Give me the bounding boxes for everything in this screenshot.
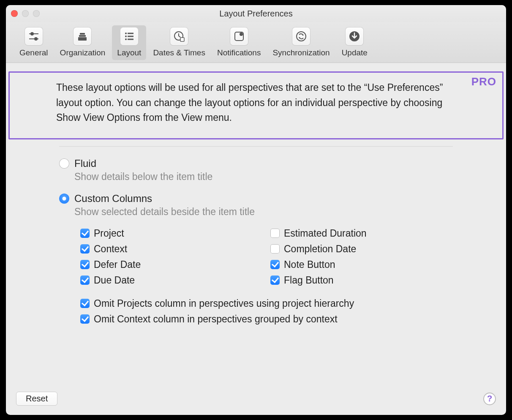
checkbox-icon — [80, 244, 90, 254]
check-omit-projects[interactable]: Omit Projects column in perspectives usi… — [80, 298, 504, 309]
checkbox-icon — [80, 229, 90, 238]
checkbox-icon — [80, 260, 90, 269]
tab-dates-times[interactable]: Dates & Times — [148, 25, 210, 60]
tab-label: Organization — [60, 48, 106, 57]
radio-icon — [59, 194, 69, 204]
svg-point-16 — [240, 33, 243, 36]
notifications-icon — [230, 27, 248, 46]
titlebar: Layout Preferences — [6, 5, 506, 22]
pro-badge: PRO — [471, 75, 496, 88]
checkbox-label: Note Button — [284, 259, 335, 270]
radio-label: Fluid — [74, 158, 96, 169]
checkbox-label: Flag Button — [284, 275, 334, 286]
radio-icon — [59, 158, 69, 169]
tab-synchronization[interactable]: Synchronization — [267, 25, 335, 60]
checkbox-label: Estimated Duration — [284, 228, 367, 239]
svg-rect-8 — [128, 33, 133, 34]
list-icon — [120, 27, 139, 46]
radio-fluid-sub: Show details below the item title — [74, 171, 504, 183]
checkbox-icon — [270, 244, 280, 254]
download-icon — [345, 27, 364, 46]
checkbox-label: Project — [94, 228, 124, 239]
svg-point-7 — [125, 33, 127, 34]
svg-point-9 — [125, 35, 127, 37]
tab-label: Update — [342, 48, 368, 57]
svg-rect-5 — [79, 35, 86, 37]
checkbox-label: Context — [94, 243, 127, 255]
checkbox-label: Completion Date — [284, 243, 356, 255]
svg-rect-4 — [78, 37, 87, 41]
check-context[interactable]: Context — [80, 243, 258, 255]
tab-notifications[interactable]: Notifications — [212, 25, 266, 60]
checkbox-label: Defer Date — [94, 259, 141, 270]
check-note-button[interactable]: Note Button — [270, 259, 448, 270]
checkbox-icon — [270, 229, 280, 238]
checkbox-icon — [270, 260, 280, 269]
tab-update[interactable]: Update — [337, 25, 373, 60]
preferences-window: Layout Preferences General Organization … — [6, 5, 506, 415]
reset-button[interactable]: Reset — [16, 392, 57, 406]
tab-label: General — [19, 48, 48, 57]
content-area: PRO These layout options will be used fo… — [6, 63, 506, 415]
sliders-icon — [25, 27, 43, 46]
tab-general[interactable]: General — [14, 25, 53, 60]
check-defer-date[interactable]: Defer Date — [80, 259, 258, 270]
info-text: These layout options will be used for al… — [56, 80, 456, 125]
checkbox-label: Due Date — [94, 275, 135, 286]
checkbox-icon — [270, 275, 280, 285]
stack-icon — [73, 27, 92, 46]
clock-icon — [170, 27, 188, 46]
checkbox-icon — [80, 299, 90, 308]
tab-label: Dates & Times — [153, 48, 205, 57]
zoom-icon[interactable] — [33, 10, 40, 17]
checkbox-icon — [80, 314, 90, 324]
check-due-date[interactable]: Due Date — [80, 275, 258, 286]
svg-rect-14 — [180, 38, 184, 41]
check-estimated-duration[interactable]: Estimated Duration — [270, 228, 448, 239]
check-flag-button[interactable]: Flag Button — [270, 275, 448, 286]
footer: Reset ? — [6, 392, 506, 415]
radio-custom-sub: Show selected details beside the item ti… — [74, 206, 504, 218]
window-title: Layout Preferences — [6, 9, 506, 19]
tab-label: Notifications — [217, 48, 261, 57]
svg-rect-10 — [128, 36, 133, 37]
check-project[interactable]: Project — [80, 228, 258, 239]
checkbox-icon — [80, 275, 90, 285]
toolbar: General Organization Layout Dates & Time… — [6, 22, 506, 63]
traffic-lights — [11, 10, 40, 17]
info-box: PRO These layout options will be used fo… — [8, 71, 504, 139]
svg-point-11 — [125, 38, 127, 40]
close-icon[interactable] — [11, 10, 18, 17]
check-omit-context[interactable]: Omit Context column in perspectives grou… — [80, 314, 504, 325]
tab-label: Synchronization — [272, 48, 330, 57]
divider — [59, 146, 453, 147]
tab-layout[interactable]: Layout — [112, 25, 146, 60]
svg-rect-6 — [80, 33, 85, 35]
check-completion-date[interactable]: Completion Date — [270, 243, 448, 255]
help-button[interactable]: ? — [483, 393, 496, 405]
omit-checkboxes: Omit Projects column in perspectives usi… — [80, 298, 504, 325]
column-checkboxes: Project Estimated Duration Context Compl… — [80, 228, 504, 286]
radio-fluid[interactable]: Fluid — [59, 158, 504, 169]
svg-point-17 — [297, 32, 306, 41]
svg-point-1 — [31, 33, 33, 35]
minimize-icon[interactable] — [22, 10, 29, 17]
tab-organization[interactable]: Organization — [55, 25, 111, 60]
checkbox-label: Omit Context column in perspectives grou… — [94, 314, 338, 325]
checkbox-label: Omit Projects column in perspectives usi… — [94, 298, 354, 309]
tab-label: Layout — [117, 48, 141, 57]
radio-label: Custom Columns — [74, 193, 152, 205]
radio-custom-columns[interactable]: Custom Columns — [59, 193, 504, 205]
sync-icon — [292, 27, 310, 46]
layout-options: Fluid Show details below the item title … — [8, 158, 504, 325]
svg-point-3 — [35, 38, 37, 40]
svg-rect-12 — [128, 39, 133, 40]
